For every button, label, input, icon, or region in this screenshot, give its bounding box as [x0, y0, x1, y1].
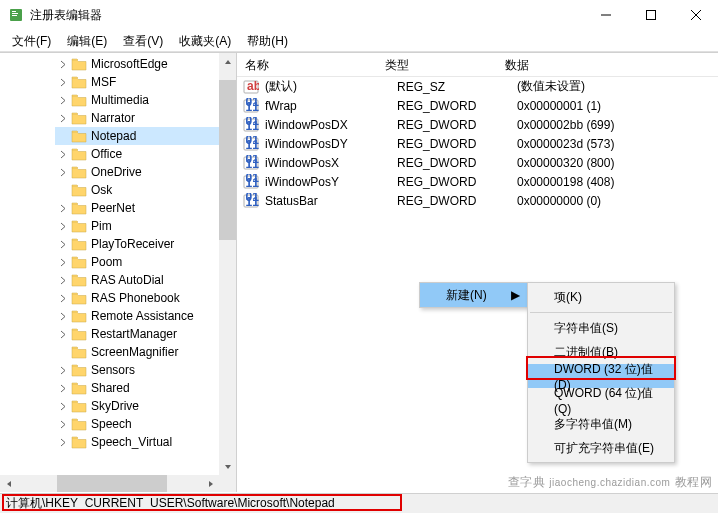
- scroll-thumb[interactable]: [219, 80, 236, 240]
- expand-icon[interactable]: [57, 238, 69, 250]
- expand-icon[interactable]: [57, 256, 69, 268]
- tree-scrollbar-vertical[interactable]: [219, 53, 236, 475]
- menu-view[interactable]: 查看(V): [115, 30, 171, 51]
- list-row[interactable]: 011110StatusBarREG_DWORD0x00000000 (0): [237, 191, 718, 210]
- expand-icon[interactable]: [57, 436, 69, 448]
- submenu-item-label: QWORD (64 位)值(Q): [554, 385, 666, 416]
- tree-item-label: ScreenMagnifier: [91, 345, 178, 359]
- tree-item[interactable]: Notepad: [55, 127, 236, 145]
- expand-icon[interactable]: [57, 292, 69, 304]
- scroll-right-icon[interactable]: [202, 475, 219, 492]
- tree-item-label: Narrator: [91, 111, 135, 125]
- tree-item[interactable]: Narrator: [55, 109, 236, 127]
- expand-icon[interactable]: [57, 202, 69, 214]
- expand-icon[interactable]: [57, 130, 69, 142]
- tree-scrollbar-horizontal[interactable]: [0, 475, 219, 492]
- tree-item-label: RAS AutoDial: [91, 273, 164, 287]
- expand-icon[interactable]: [57, 112, 69, 124]
- folder-icon: [71, 237, 87, 251]
- svg-text:110: 110: [246, 157, 260, 171]
- menu-help[interactable]: 帮助(H): [239, 30, 296, 51]
- tree-item[interactable]: PeerNet: [55, 199, 236, 217]
- expand-icon[interactable]: [57, 184, 69, 196]
- expand-icon[interactable]: [57, 418, 69, 430]
- scroll-track[interactable]: [219, 70, 236, 458]
- watermark: 查字典 jiaocheng.chazidian.com 教程网: [508, 474, 712, 491]
- column-data[interactable]: 数据: [497, 53, 718, 76]
- tree-item[interactable]: Pim: [55, 217, 236, 235]
- tree-item[interactable]: Speech_Virtual: [55, 433, 236, 451]
- scroll-track[interactable]: [17, 475, 202, 492]
- tree-item[interactable]: RestartManager: [55, 325, 236, 343]
- list-row[interactable]: 011110iWindowPosDYREG_DWORD0x0000023d (5…: [237, 134, 718, 153]
- folder-icon: [71, 147, 87, 161]
- maximize-button[interactable]: [628, 0, 673, 30]
- expand-icon[interactable]: [57, 94, 69, 106]
- list-body[interactable]: ab(默认)REG_SZ(数值未设置)011110fWrapREG_DWORD0…: [237, 77, 718, 210]
- expand-icon[interactable]: [57, 58, 69, 70]
- tree-item[interactable]: OneDrive: [55, 163, 236, 181]
- scroll-left-icon[interactable]: [0, 475, 17, 492]
- tree-item-label: RestartManager: [91, 327, 177, 341]
- folder-icon: [71, 381, 87, 395]
- column-name[interactable]: 名称: [237, 53, 377, 76]
- context-item-new[interactable]: 新建(N) ▶: [420, 283, 528, 307]
- list-row[interactable]: 011110iWindowPosXREG_DWORD0x00000320 (80…: [237, 153, 718, 172]
- tree-item[interactable]: Multimedia: [55, 91, 236, 109]
- tree-item[interactable]: PlayToReceiver: [55, 235, 236, 253]
- expand-icon[interactable]: [57, 310, 69, 322]
- cell-type: REG_DWORD: [395, 175, 515, 189]
- expand-icon[interactable]: [57, 148, 69, 160]
- expand-icon[interactable]: [57, 220, 69, 232]
- submenu-item[interactable]: 可扩充字符串值(E): [528, 436, 674, 460]
- cell-data: 0x00000001 (1): [515, 99, 718, 113]
- tree-item[interactable]: Osk: [55, 181, 236, 199]
- close-button[interactable]: [673, 0, 718, 30]
- list-row[interactable]: 011110iWindowPosDXREG_DWORD0x000002bb (6…: [237, 115, 718, 134]
- tree-item[interactable]: RAS Phonebook: [55, 289, 236, 307]
- list-row[interactable]: 011110iWindowPosYREG_DWORD0x00000198 (40…: [237, 172, 718, 191]
- expand-icon[interactable]: [57, 328, 69, 340]
- tree-item[interactable]: Office: [55, 145, 236, 163]
- expand-icon[interactable]: [57, 346, 69, 358]
- column-type[interactable]: 类型: [377, 53, 497, 76]
- scroll-down-icon[interactable]: [219, 458, 236, 475]
- expand-icon[interactable]: [57, 274, 69, 286]
- tree-item[interactable]: ScreenMagnifier: [55, 343, 236, 361]
- tree-item[interactable]: Sensors: [55, 361, 236, 379]
- svg-marker-11: [209, 481, 213, 487]
- submenu-item[interactable]: 项(K): [528, 285, 674, 309]
- submenu-item[interactable]: 多字符串值(M): [528, 412, 674, 436]
- menu-file[interactable]: 文件(F): [4, 30, 59, 51]
- submenu-item[interactable]: QWORD (64 位)值(Q): [528, 388, 674, 412]
- folder-icon: [71, 93, 87, 107]
- expand-icon[interactable]: [57, 76, 69, 88]
- minimize-button[interactable]: [583, 0, 628, 30]
- list-row[interactable]: ab(默认)REG_SZ(数值未设置): [237, 77, 718, 96]
- cell-data: 0x000002bb (699): [515, 118, 718, 132]
- list-row[interactable]: 011110fWrapREG_DWORD0x00000001 (1): [237, 96, 718, 115]
- tree[interactable]: MicrosoftEdgeMSFMultimediaNarratorNotepa…: [0, 53, 236, 453]
- tree-item[interactable]: MSF: [55, 73, 236, 91]
- submenu-item[interactable]: 字符串值(S): [528, 316, 674, 340]
- expand-icon[interactable]: [57, 166, 69, 178]
- expand-icon[interactable]: [57, 382, 69, 394]
- menu-edit[interactable]: 编辑(E): [59, 30, 115, 51]
- menu-favorites[interactable]: 收藏夹(A): [171, 30, 239, 51]
- tree-item[interactable]: SkyDrive: [55, 397, 236, 415]
- scroll-up-icon[interactable]: [219, 53, 236, 70]
- scroll-thumb[interactable]: [57, 475, 167, 492]
- svg-text:110: 110: [246, 176, 260, 190]
- tree-item[interactable]: Remote Assistance: [55, 307, 236, 325]
- tree-item[interactable]: Shared: [55, 379, 236, 397]
- tree-item[interactable]: RAS AutoDial: [55, 271, 236, 289]
- tree-item[interactable]: Poom: [55, 253, 236, 271]
- svg-rect-2: [12, 13, 18, 14]
- menubar: 文件(F) 编辑(E) 查看(V) 收藏夹(A) 帮助(H): [0, 30, 718, 52]
- submenu-item-label: 多字符串值(M): [554, 416, 632, 433]
- app-icon: [8, 7, 24, 23]
- expand-icon[interactable]: [57, 400, 69, 412]
- tree-item[interactable]: MicrosoftEdge: [55, 55, 236, 73]
- tree-item[interactable]: Speech: [55, 415, 236, 433]
- expand-icon[interactable]: [57, 364, 69, 376]
